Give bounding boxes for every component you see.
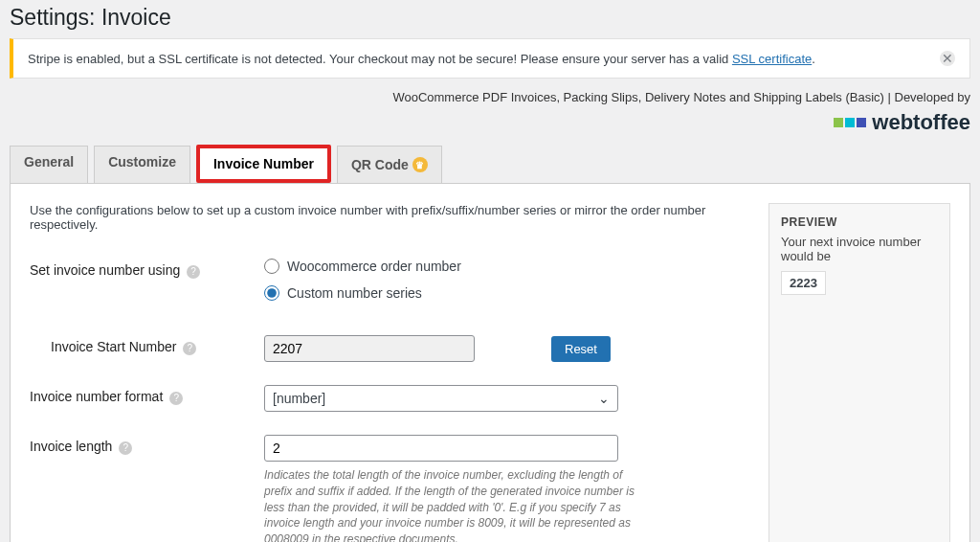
radio-custom-label: Custom number series <box>287 285 422 301</box>
brand-logo: webtoffee <box>834 110 970 135</box>
tab-invoice-number[interactable]: Invoice Number <box>196 145 331 183</box>
tab-general[interactable]: General <box>10 146 88 184</box>
intro-text: Use the configurations below to set up a… <box>30 203 749 232</box>
ssl-link[interactable]: SSL certificate <box>732 52 812 66</box>
invoice-start-input[interactable] <box>264 335 475 362</box>
preview-box: PREVIEW Your next invoice number would b… <box>768 203 950 542</box>
close-icon[interactable]: ✕ <box>940 51 955 66</box>
preview-desc: Your next invoice number would be <box>781 235 938 263</box>
length-help-text: Indicates the total length of the invoic… <box>264 467 647 542</box>
radio-woo-input[interactable] <box>264 259 279 274</box>
label-start-number: Invoice Start Number <box>51 339 177 354</box>
label-set-using: Set invoice number using <box>30 262 180 278</box>
invoice-length-input[interactable] <box>264 435 618 462</box>
reset-button[interactable]: Reset <box>551 336 611 362</box>
help-icon[interactable]: ? <box>183 342 196 355</box>
radio-woo-order[interactable]: Woocommerce order number <box>264 259 749 274</box>
radio-custom-series[interactable]: Custom number series <box>264 285 749 301</box>
tabs: General Customize Invoice Number QR Code… <box>0 145 980 183</box>
page-title: Settings: Invoice <box>0 0 980 38</box>
format-dropdown[interactable]: [number] ⌄ <box>264 385 618 412</box>
plugin-meta: WooCommerce PDF Invoices, Packing Slips,… <box>0 90 980 108</box>
radio-woo-label: Woocommerce order number <box>287 259 461 274</box>
row-set-using: Set invoice number using ? Woocommerce o… <box>30 259 749 312</box>
label-length: Invoice length <box>30 439 112 454</box>
radio-custom-input[interactable] <box>264 285 279 301</box>
format-value: [number] <box>273 391 325 406</box>
preview-number: 2223 <box>781 271 826 295</box>
crown-icon: ♛ <box>412 157 428 172</box>
row-start-number: Invoice Start Number ? Reset <box>30 335 749 362</box>
chevron-down-icon: ⌄ <box>598 391 610 406</box>
brand-name: webtoffee <box>872 110 970 135</box>
help-icon[interactable]: ? <box>187 265 200 279</box>
settings-panel: Use the configurations below to set up a… <box>10 183 970 542</box>
preview-title: PREVIEW <box>781 215 938 229</box>
label-format: Invoice number format <box>30 389 163 404</box>
row-length: Invoice length ? Indicates the total len… <box>30 435 749 542</box>
notice-text-before: Stripe is enabled, but a SSL certificate… <box>28 52 732 66</box>
tab-qr-code[interactable]: QR Code ♛ <box>337 146 442 184</box>
row-format: Invoice number format ? [number] ⌄ <box>30 385 749 412</box>
tab-qr-code-label: QR Code <box>351 157 409 172</box>
notice-text: Stripe is enabled, but a SSL certificate… <box>28 52 815 66</box>
help-icon[interactable]: ? <box>169 392 183 405</box>
help-icon[interactable]: ? <box>119 441 132 455</box>
tab-customize[interactable]: Customize <box>94 146 190 184</box>
ssl-notice: Stripe is enabled, but a SSL certificate… <box>10 38 970 79</box>
notice-text-after: . <box>812 52 815 66</box>
logo-icon <box>834 118 866 127</box>
